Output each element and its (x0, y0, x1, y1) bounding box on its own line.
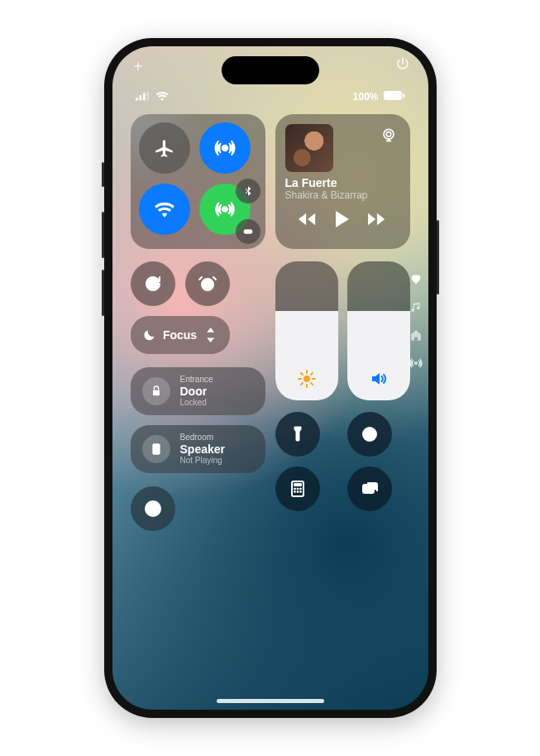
svg-point-9 (384, 129, 394, 139)
music-icon[interactable] (409, 299, 423, 314)
iphone-frame: ＋ 100% (104, 38, 437, 718)
svg-point-25 (299, 491, 301, 493)
chevron-updown-icon (203, 328, 217, 342)
stage: ＋ 100% (0, 0, 540, 756)
rewind-icon[interactable] (299, 213, 317, 229)
home-status-label: Locked (180, 398, 213, 408)
timer-button[interactable] (347, 412, 392, 457)
svg-rect-10 (151, 281, 155, 286)
home-icon[interactable] (409, 328, 423, 342)
track-artist: Shakira & Bizarrap (285, 189, 400, 201)
home-device-label: Door (180, 385, 213, 398)
wifi-icon (155, 91, 169, 103)
svg-rect-1 (139, 95, 141, 100)
home-door-tile[interactable]: Entrance Door Locked (131, 367, 265, 415)
svg-point-23 (294, 491, 295, 493)
now-playing-module[interactable]: La Fuerte Shakira & Bizarrap (275, 114, 410, 249)
play-icon[interactable] (335, 211, 350, 231)
control-center: La Fuerte Shakira & Bizarrap (131, 114, 410, 688)
svg-rect-13 (153, 390, 160, 396)
svg-point-24 (297, 491, 299, 493)
airplane-mode-toggle[interactable] (139, 122, 190, 174)
svg-rect-4 (384, 91, 402, 100)
sun-icon (297, 369, 317, 389)
focus-button[interactable]: Focus (131, 316, 230, 354)
focus-label: Focus (163, 328, 197, 342)
lock-icon (142, 377, 170, 405)
volume-slider[interactable] (347, 261, 410, 400)
svg-point-28 (150, 505, 156, 512)
speaker-box-icon (142, 435, 170, 463)
side-button (437, 220, 439, 294)
airdrop-toggle[interactable] (199, 122, 251, 174)
screen-record-button[interactable] (131, 486, 175, 531)
volume-down-button (102, 270, 104, 316)
control-center-topbar: ＋ (112, 50, 428, 81)
flashlight-button[interactable] (275, 412, 320, 457)
svg-rect-0 (136, 97, 138, 100)
svg-point-6 (222, 146, 228, 151)
svg-point-7 (222, 207, 227, 211)
home-room-label: Bedroom (180, 433, 225, 443)
cellular-signal-icon (136, 91, 151, 103)
svg-point-15 (155, 446, 157, 447)
heart-icon[interactable] (409, 271, 423, 286)
screen: ＋ 100% (112, 46, 428, 710)
personal-hotspot-toggle[interactable] (236, 219, 260, 244)
battery-icon (384, 91, 405, 103)
battery-percent-label: 100% (353, 91, 379, 103)
screen-mirroring-button[interactable] (347, 467, 392, 511)
airplay-icon[interactable] (377, 124, 400, 147)
svg-rect-5 (403, 93, 404, 98)
svg-point-20 (294, 488, 295, 490)
orientation-lock-toggle[interactable] (131, 261, 175, 306)
speaker-icon (369, 369, 389, 389)
svg-rect-19 (294, 484, 301, 486)
power-icon[interactable] (395, 56, 410, 75)
album-art (285, 124, 333, 172)
svg-point-16 (155, 449, 158, 452)
home-indicator[interactable] (217, 699, 324, 703)
svg-rect-2 (143, 93, 146, 100)
plus-icon[interactable]: ＋ (131, 55, 146, 75)
page-indicator[interactable] (409, 271, 423, 371)
svg-point-22 (299, 488, 301, 490)
volume-up-button (102, 212, 104, 258)
track-title: La Fuerte (285, 177, 400, 189)
status-bar: 100% (112, 88, 428, 106)
svg-point-29 (414, 362, 417, 365)
action-button (102, 162, 104, 187)
alarm-button[interactable] (185, 261, 230, 306)
svg-point-8 (386, 132, 391, 136)
calculator-button[interactable] (275, 467, 320, 511)
wifi-toggle[interactable] (139, 184, 190, 235)
broadcast-icon[interactable] (409, 356, 423, 371)
home-device-label: Speaker (180, 443, 225, 456)
svg-point-12 (303, 376, 310, 382)
bluetooth-toggle[interactable] (236, 179, 260, 203)
forward-icon[interactable] (368, 213, 386, 229)
brightness-slider[interactable] (275, 261, 338, 400)
svg-point-21 (297, 488, 299, 490)
svg-rect-3 (146, 91, 149, 100)
home-status-label: Not Playing (180, 456, 225, 466)
home-speaker-tile[interactable]: Bedroom Speaker Not Playing (131, 425, 265, 473)
home-room-label: Entrance (180, 375, 213, 385)
connectivity-module[interactable] (131, 114, 265, 249)
